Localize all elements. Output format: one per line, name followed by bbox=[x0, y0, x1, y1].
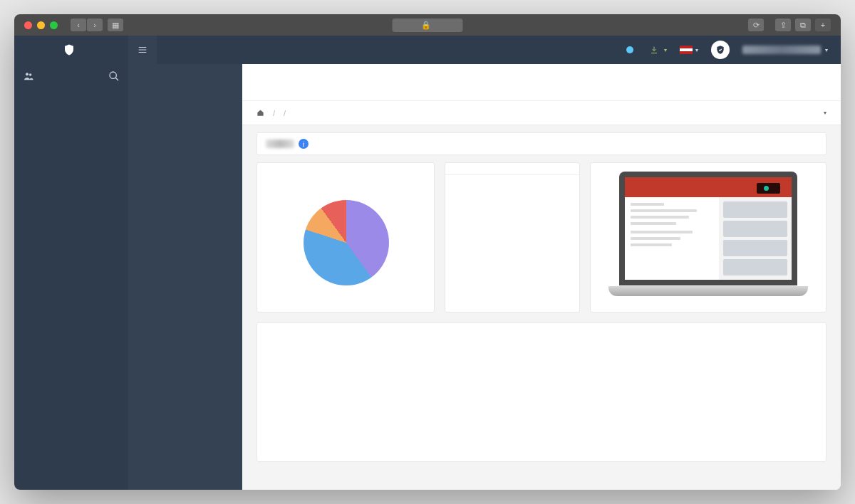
minimize-icon[interactable] bbox=[37, 21, 45, 29]
flag-icon bbox=[680, 46, 693, 54]
tabs-overview-button[interactable]: ⧉ bbox=[795, 19, 811, 31]
account-dropdown[interactable]: ▾ bbox=[742, 46, 828, 54]
tabs-button[interactable]: ▦ bbox=[108, 19, 123, 31]
forward-button[interactable]: › bbox=[87, 19, 103, 31]
renewal-icon bbox=[626, 46, 634, 54]
date-picker[interactable]: ▾ bbox=[821, 110, 826, 116]
svg-line-7 bbox=[115, 78, 118, 80]
lock-icon: 🔒 bbox=[421, 21, 431, 30]
back-button[interactable]: ‹ bbox=[71, 19, 86, 31]
close-icon[interactable] bbox=[24, 21, 32, 29]
chevron-down-icon: ▾ bbox=[825, 47, 828, 53]
activity-card bbox=[256, 162, 435, 313]
reload-button[interactable]: ⟳ bbox=[748, 19, 764, 31]
live-viewing-card[interactable] bbox=[590, 162, 826, 313]
users-icon bbox=[23, 70, 34, 82]
browser-window: ‹ › ▦ 🔒 ⟳ ⇪ ⧉ + bbox=[14, 14, 841, 490]
app-table-card bbox=[445, 162, 580, 313]
device-name bbox=[266, 140, 294, 148]
renewal-link[interactable] bbox=[626, 46, 637, 54]
breadcrumb: / / bbox=[256, 109, 290, 117]
account-name bbox=[742, 46, 821, 54]
svg-point-4 bbox=[26, 73, 28, 75]
hamburger-icon bbox=[138, 45, 147, 55]
chevron-down-icon: ▾ bbox=[664, 47, 667, 53]
info-icon[interactable]: i bbox=[299, 139, 309, 149]
main-content: / / ▾ i bbox=[242, 64, 841, 490]
live-badge bbox=[757, 183, 780, 194]
locale-dropdown[interactable]: ▾ bbox=[680, 46, 698, 54]
bar-chart bbox=[271, 339, 812, 453]
account-shield-icon[interactable] bbox=[711, 41, 730, 59]
topbar: ▾ ▾ ▾ bbox=[14, 36, 841, 64]
chevron-down-icon: ▾ bbox=[695, 47, 698, 53]
download-icon bbox=[650, 46, 658, 54]
brand-logo[interactable] bbox=[14, 43, 128, 56]
toolbar bbox=[242, 64, 841, 101]
share-button[interactable]: ⇪ bbox=[775, 19, 791, 31]
all-users-header[interactable] bbox=[14, 64, 128, 88]
download-dropdown[interactable]: ▾ bbox=[650, 46, 667, 54]
chevron-down-icon: ▾ bbox=[824, 110, 826, 116]
search-icon[interactable] bbox=[108, 70, 120, 82]
nav-sidebar bbox=[128, 64, 242, 490]
menu-toggle-button[interactable] bbox=[128, 36, 157, 64]
new-tab-button[interactable]: + bbox=[815, 19, 831, 31]
users-sidebar bbox=[14, 64, 128, 490]
summary-card bbox=[256, 322, 826, 462]
info-bar: i bbox=[256, 132, 826, 155]
breadcrumb-row: / / ▾ bbox=[242, 101, 841, 125]
app: ▾ ▾ ▾ bbox=[14, 36, 841, 490]
home-icon bbox=[256, 109, 264, 117]
laptop-preview bbox=[608, 172, 808, 303]
maximize-icon[interactable] bbox=[50, 21, 58, 29]
url-bar[interactable]: 🔒 bbox=[393, 19, 463, 32]
svg-point-6 bbox=[110, 72, 116, 78]
svg-point-5 bbox=[29, 73, 31, 75]
titlebar: ‹ › ▦ 🔒 ⟳ ⇪ ⧉ + bbox=[14, 14, 841, 36]
pie-chart bbox=[291, 187, 401, 298]
shield-icon bbox=[63, 43, 76, 56]
svg-point-3 bbox=[626, 46, 633, 53]
